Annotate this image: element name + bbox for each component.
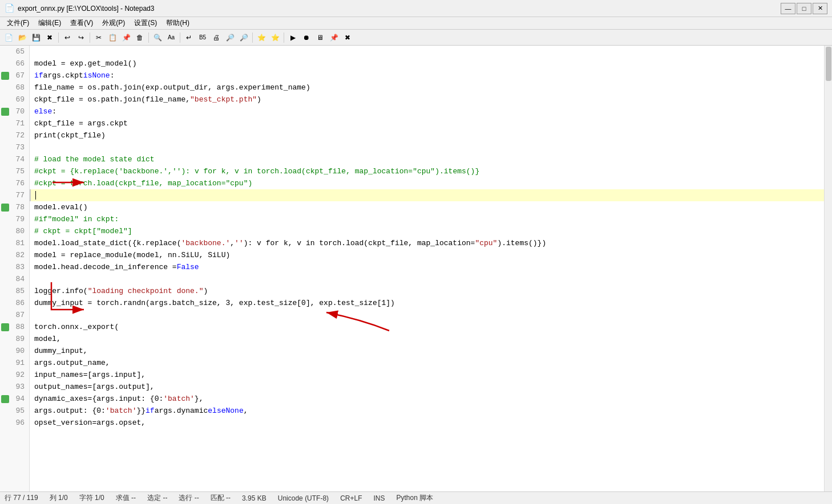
gutter-line: 73 [0,141,27,153]
toolbar-cut[interactable]: ✂ [92,31,105,44]
code-token: is [83,71,92,80]
line-number: 90 [15,345,25,357]
gutter-line: 83 [0,261,27,273]
gutter-line: 71 [0,117,27,129]
gutter-line: 96 [0,417,27,429]
code-line: opset_version=args.opset, [30,417,824,429]
code-token: ckpt_file = os.path.join(file_name, [34,95,190,104]
status-lang: Python 脚本 [396,493,433,503]
code-token: logger.info( [34,287,88,295]
menu-help[interactable]: 帮助(H) [161,17,194,29]
status-select: 选定 -- [147,493,167,503]
toolbar-star2[interactable]: ⭐ [269,31,281,44]
line-number: 69 [15,94,25,105]
toolbar-aa[interactable]: Aa [165,31,177,44]
toolbar-star1[interactable]: ⭐ [255,31,268,44]
status-char: 字符 1/0 [79,493,104,503]
menu-bar: 文件(F) 编辑(E) 查看(V) 外观(P) 设置(S) 帮助(H) [0,17,832,30]
close-button[interactable]: ✕ [813,3,827,14]
status-size: 3.95 KB [242,494,266,502]
editor-container: 6566676869707172737475767778798081828384… [0,46,832,491]
gutter-line: 68 [0,82,27,94]
code-token: output_names=[args.output], [34,383,155,391]
maximize-button[interactable]: □ [797,3,811,14]
toolbar-paste[interactable]: 📌 [120,31,132,44]
code-token: model.load_state_dict({k.replace( [34,239,181,247]
code-line: dummy_input, [30,345,824,357]
code-token: #ckpt = {k.replace( [34,167,119,176]
code-line [30,46,824,58]
code-line: # if "model" in ckpt: [30,213,824,225]
app-icon: 📄 [5,3,14,13]
line-number: 89 [15,333,25,345]
code-line: # load the model state dict [30,153,824,165]
toolbar-print[interactable]: 🖨 [210,31,223,44]
code-line: else: [30,105,824,117]
code-token: "cpu" [225,179,248,188]
gutter-line: 94 [0,393,27,405]
toolbar-pin[interactable]: 📌 [328,31,340,44]
line-number: 78 [15,201,25,213]
code-token: ).items()} [435,167,479,176]
toolbar-redo[interactable]: ↪ [75,31,87,44]
code-area[interactable]: model = exp.get_model() if args.ckpt is … [30,46,824,491]
status-eol: CR+LF [340,494,362,502]
toolbar-wrap[interactable]: ↵ [183,31,195,44]
code-token: ckpt_file = args.ckpt [34,119,128,128]
code-token: None [92,71,110,80]
status-bar: 行 77 / 119 列 1/0 字符 1/0 求值 -- 选定 -- 选行 -… [0,491,832,504]
line-number: 93 [15,381,25,393]
toolbar-open[interactable]: 📂 [16,31,29,44]
menu-view[interactable]: 查看(V) [66,17,98,29]
code-token: ).items()}) [497,239,546,247]
toolbar-sep-5 [252,32,253,43]
menu-file[interactable]: 文件(F) [2,17,34,29]
code-token: #ckpt = torch.load(ckpt_file, map_locati… [34,179,225,188]
line-number: 85 [15,285,25,297]
toolbar-b5[interactable]: B5 [196,31,209,44]
status-line: 行 77 / 119 [5,493,38,503]
toolbar-search2[interactable]: 🔎 [224,31,236,44]
toolbar-new[interactable]: 📄 [2,31,15,44]
toolbar-close[interactable]: ✖ [43,31,56,44]
vertical-scrollbar[interactable] [824,46,832,491]
line-number: 79 [15,213,25,225]
toolbar-find[interactable]: 🔍 [151,31,164,44]
code-token: : [110,71,115,80]
gutter-line: 92 [0,369,27,381]
code-line: model.eval() [30,201,824,213]
gutter-line: 77 [0,189,27,201]
menu-appearance[interactable]: 外观(P) [98,17,130,29]
code-token: "cpu" [475,239,497,247]
toolbar-macro[interactable]: ▶ [286,31,299,44]
line-number-gutter: 6566676869707172737475767778798081828384… [0,46,30,491]
code-token: '' [172,167,181,176]
toolbar-undo[interactable]: ↩ [61,31,74,44]
minimize-button[interactable]: — [781,3,795,14]
code-token: input_names=[args.input], [34,371,146,379]
toolbar-monitor[interactable]: 🖥 [314,31,326,44]
toolbar-macro2[interactable]: ⏺ [300,31,313,44]
line-number: 66 [15,58,25,70]
code-token: False [177,263,199,271]
toolbar-copy[interactable]: 📋 [106,31,119,44]
code-line [30,309,824,321]
gutter-line: 78 [0,201,27,213]
gutter-line: 82 [0,249,27,261]
toolbar-search3[interactable]: 🔎 [237,31,250,44]
toolbar-sep-1 [58,32,59,43]
menu-edit[interactable]: 编辑(E) [34,17,66,29]
gutter-line: 76 [0,177,27,189]
scrollbar-thumb[interactable] [826,47,831,81]
menu-settings[interactable]: 设置(S) [130,17,161,29]
toolbar-x[interactable]: ✖ [341,31,354,44]
gutter-line: 88 [0,321,27,333]
line-number: 72 [15,129,25,141]
code-line: print(ckpt_file) [30,129,824,141]
code-token: model = exp.get_model() [34,59,136,68]
code-token: args.output_name, [34,359,110,367]
status-select2: 选行 -- [179,493,199,503]
toolbar-save[interactable]: 💾 [30,31,42,44]
code-token: 'backbone.' [119,167,168,176]
toolbar-delete[interactable]: 🗑 [134,31,146,44]
